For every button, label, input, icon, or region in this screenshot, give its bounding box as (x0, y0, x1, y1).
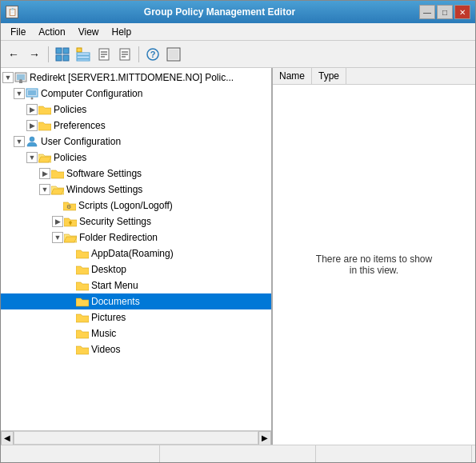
software-label: Software Settings (66, 168, 142, 179)
folder-open-icon-user-policies (38, 151, 51, 164)
desktop-label: Desktop (91, 264, 126, 275)
menu-view[interactable]: View (72, 25, 106, 39)
user-icon (26, 135, 38, 148)
toolbar-separator-2 (138, 46, 139, 62)
tree-node-root[interactable]: ▼ Redirekt [SERVER1.MITTDOMENE.NO] Polic… (1, 70, 271, 86)
title-bar: 📋 Group Policy Management Editor — □ ✕ (1, 1, 475, 23)
svg-rect-21 (17, 74, 25, 80)
tree-node-comp-config[interactable]: ▼ Computer Configuration (1, 86, 271, 102)
tree-node-folder-redir[interactable]: ▼ Folder Redirection (1, 230, 271, 245)
folder-icon-comp-prefs (38, 119, 51, 132)
comp-prefs-label: Preferences (54, 120, 106, 131)
toolbar-btn-5[interactable] (164, 45, 183, 64)
root-label: Redirekt [SERVER1.MITTDOMENE.NO] Polic..… (30, 72, 234, 83)
tree-pane: ▼ Redirekt [SERVER1.MITTDOMENE.NO] Polic… (1, 68, 273, 445)
right-content-area: There are no items to show in this view. (273, 85, 475, 445)
comp-config-label: Computer Configuration (41, 88, 142, 99)
tree-node-videos[interactable]: Videos (1, 341, 271, 357)
expand-user-config[interactable]: ▼ (14, 136, 25, 147)
title-controls: — □ ✕ (419, 5, 470, 19)
tree-node-desktop[interactable]: Desktop (1, 261, 271, 277)
close-button[interactable]: ✕ (454, 5, 470, 19)
tree-node-startmenu[interactable]: Start Menu (1, 277, 271, 293)
tree-node-pictures[interactable]: Pictures (1, 309, 271, 325)
tree-node-documents[interactable]: Documents (1, 293, 271, 309)
expand-root[interactable]: ▼ (2, 72, 14, 83)
tree-node-scripts[interactable]: ⚙ Scripts (Logon/Logoff) (1, 198, 271, 214)
svg-rect-25 (28, 90, 36, 95)
scripts-icon: ⚙ (63, 199, 76, 212)
toolbar-btn-4[interactable] (115, 45, 134, 64)
menu-help[interactable]: Help (106, 25, 138, 39)
folder-icon-appdata (76, 247, 89, 260)
tree-node-software[interactable]: ▶ Software Settings (1, 166, 271, 182)
status-segment-1 (4, 445, 160, 462)
hscroll-left-btn[interactable]: ◀ (1, 431, 14, 445)
svg-rect-6 (77, 56, 90, 58)
expand-folder-redir[interactable]: ▼ (52, 232, 63, 243)
folder-redir-label: Folder Redirection (79, 232, 158, 243)
expand-security[interactable]: ▶ (52, 216, 63, 227)
maximize-button[interactable]: □ (437, 5, 453, 19)
svg-point-27 (30, 137, 34, 142)
toolbar-btn-2[interactable] (74, 45, 93, 64)
menu-file[interactable]: File (4, 25, 32, 39)
expand-comp-policies[interactable]: ▶ (26, 104, 38, 115)
status-segment-3 (316, 445, 472, 462)
tree-node-windows[interactable]: ▼ Windows Settings (1, 182, 271, 198)
hscroll-track[interactable] (14, 431, 258, 445)
tree-container: ▼ Redirekt [SERVER1.MITTDOMENE.NO] Polic… (1, 68, 271, 359)
svg-rect-5 (77, 53, 90, 55)
main-content: ▼ Redirekt [SERVER1.MITTDOMENE.NO] Polic… (1, 68, 475, 445)
svg-rect-1 (63, 48, 69, 54)
help-button[interactable]: ? (143, 45, 162, 64)
tree-node-appdata[interactable]: AppData(Roaming) (1, 245, 271, 261)
svg-rect-0 (56, 48, 62, 54)
toolbar-btn-1[interactable] (53, 45, 72, 64)
expand-comp-config[interactable]: ▼ (14, 88, 25, 99)
tree-node-user-config[interactable]: ▼ User Configuration (1, 134, 271, 150)
tree-node-music[interactable]: Music (1, 325, 271, 341)
root-icon (14, 71, 27, 84)
window-title: Group Policy Management Editor (20, 6, 419, 18)
expand-comp-prefs[interactable]: ▶ (26, 120, 38, 131)
right-pane: Name Type There are no items to show in … (273, 68, 475, 445)
svg-rect-2 (56, 55, 62, 61)
app-icon: 📋 (6, 6, 18, 18)
windows-label: Windows Settings (66, 184, 142, 195)
svg-rect-19 (169, 50, 178, 59)
folder-icon-startmenu (76, 279, 89, 292)
documents-label: Documents (91, 296, 140, 307)
tree-node-user-policies[interactable]: ▼ Policies (1, 150, 271, 166)
tree-node-comp-policies[interactable]: ▶ Policies (1, 102, 271, 118)
user-policies-label: Policies (54, 152, 86, 163)
folder-icon-videos (76, 343, 89, 356)
menu-action[interactable]: Action (32, 25, 71, 39)
status-bar (1, 445, 475, 462)
folder-icon-pictures (76, 311, 89, 324)
scripts-label: Scripts (Logon/Logoff) (78, 200, 173, 211)
back-button[interactable]: ← (4, 45, 23, 64)
security-icon (64, 215, 77, 228)
minimize-button[interactable]: — (419, 5, 435, 19)
toolbar: ← → ? (1, 41, 475, 68)
empty-message: There are no items to show in this view. (314, 253, 434, 276)
security-label: Security Settings (79, 216, 151, 227)
tree-node-comp-prefs[interactable]: ▶ Preferences (1, 118, 271, 134)
expand-windows[interactable]: ▼ (39, 184, 50, 195)
svg-text:⚙: ⚙ (66, 204, 71, 210)
forward-button[interactable]: → (25, 45, 44, 64)
expand-user-policies[interactable]: ▼ (26, 152, 38, 163)
menu-bar: File Action View Help (1, 23, 475, 41)
toolbar-btn-3[interactable] (94, 45, 114, 64)
tree-node-security[interactable]: ▶ Security Settings (1, 214, 271, 230)
col-type-header[interactable]: Type (312, 68, 346, 84)
folder-icon-comp-policies (38, 103, 51, 116)
horizontal-scrollbar[interactable]: ◀ ▶ (1, 430, 271, 445)
startmenu-label: Start Menu (91, 280, 138, 291)
tree-scroll[interactable]: ▼ Redirekt [SERVER1.MITTDOMENE.NO] Polic… (1, 68, 271, 430)
col-name-header[interactable]: Name (273, 68, 312, 84)
hscroll-right-btn[interactable]: ▶ (258, 431, 271, 445)
expand-software[interactable]: ▶ (39, 168, 50, 179)
svg-rect-23 (19, 82, 22, 83)
